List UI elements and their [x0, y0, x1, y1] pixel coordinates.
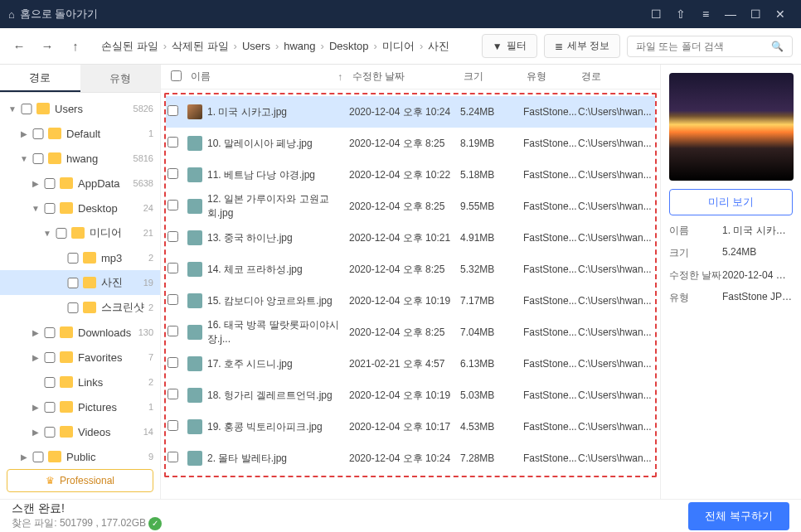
expand-arrow-icon[interactable]: ▼ [7, 104, 18, 114]
file-checkbox[interactable] [167, 168, 178, 179]
col-type[interactable]: 유형 [522, 70, 576, 84]
tree-item[interactable]: ▶AppData5638 [0, 171, 160, 196]
search-box[interactable]: 🔍 [627, 36, 793, 57]
tree-item[interactable]: ▼Users5826 [0, 96, 160, 121]
expand-arrow-icon[interactable]: ▶ [30, 353, 41, 362]
tree-item[interactable]: ▶Videos14 [0, 419, 160, 444]
file-checkbox[interactable] [167, 389, 178, 399]
file-row[interactable]: 11. 베트남 다낭 야경.jpg2020-12-04 오후 10:225.18… [166, 159, 655, 191]
tree-checkbox[interactable] [20, 104, 33, 114]
col-name[interactable]: 이름↑ [186, 70, 347, 84]
file-row[interactable]: 13. 중국 하이난.jpg2020-12-04 오후 10:214.91MBF… [166, 222, 655, 254]
close-icon[interactable]: ✕ [768, 7, 793, 21]
tree-checkbox[interactable] [43, 203, 56, 214]
forward-button[interactable]: → [36, 36, 58, 57]
tree-checkbox[interactable] [43, 352, 56, 363]
file-checkbox[interactable] [167, 452, 178, 462]
search-input[interactable] [636, 41, 765, 52]
tree-checkbox[interactable] [43, 377, 56, 388]
file-checkbox[interactable] [167, 294, 178, 305]
recover-all-button[interactable]: 전체 복구하기 [688, 502, 789, 530]
file-checkbox[interactable] [167, 200, 178, 210]
file-checkbox[interactable] [167, 420, 178, 431]
file-row[interactable]: 12. 일본 가루이자와 고원교회.jpg2020-12-04 오후 8:259… [166, 191, 655, 222]
tree-item[interactable]: Links2 [0, 370, 160, 394]
tree-item[interactable]: ▶Downloads130 [0, 320, 160, 345]
file-row[interactable]: 14. 체코 프라하성.jpg2020-12-04 오후 8:255.32MBF… [166, 254, 655, 285]
tab-type[interactable]: 유형 [80, 65, 161, 92]
file-checkbox[interactable] [167, 105, 178, 116]
tree-checkbox[interactable] [32, 128, 45, 139]
file-row[interactable]: 17. 호주 시드니.jpg2021-02-21 오후 4:576.13MBFa… [166, 348, 655, 380]
expand-arrow-icon[interactable]: ▶ [30, 179, 41, 188]
file-row[interactable]: 16. 태국 방콕 딸랏롯파이야시장.j...2020-12-04 오후 8:2… [166, 317, 655, 348]
chat-icon[interactable]: ☐ [643, 7, 668, 21]
expand-arrow-icon[interactable]: ▼ [18, 154, 30, 163]
file-row[interactable]: 1. 미국 시카고.jpg2020-12-04 오후 10:245.24MBFa… [166, 96, 655, 128]
file-checkbox[interactable] [167, 326, 178, 336]
tree-checkbox[interactable] [43, 402, 56, 413]
back-button[interactable]: ← [8, 36, 30, 57]
minimize-icon[interactable]: — [718, 7, 743, 21]
tree-item[interactable]: ▶Pictures1 [0, 394, 160, 419]
tree-checkbox[interactable] [32, 452, 45, 462]
tree-item[interactable]: ▶Favorites7 [0, 345, 160, 370]
folder-icon [60, 351, 73, 363]
breadcrumb-item[interactable]: Desktop [329, 40, 369, 52]
expand-arrow-icon[interactable]: ▶ [18, 129, 30, 138]
file-row[interactable]: 19. 홍콩 빅토리아피크.jpg2020-12-04 오후 10:174.53… [166, 411, 655, 443]
tree-item[interactable]: ▼hwang5816 [0, 146, 160, 171]
select-all-checkbox[interactable] [171, 70, 182, 81]
title-bar: ⌂ 홈으로 돌아가기 ☐ ⇧ ≡ — ☐ ✕ [0, 0, 801, 28]
file-row[interactable]: 18. 헝가리 겔레르트언덕.jpg2020-12-04 오후 10:195.0… [166, 380, 655, 411]
file-row[interactable]: 2. 몰타 발레타.jpg2020-12-04 오후 10:247.28MBFa… [166, 443, 655, 474]
file-checkbox[interactable] [167, 263, 178, 273]
tree-item[interactable]: ▶Public9 [0, 444, 160, 462]
breadcrumb-item[interactable]: 미디어 [382, 39, 415, 54]
menu-icon[interactable]: ≡ [693, 7, 718, 21]
expand-arrow-icon[interactable]: ▶ [30, 428, 41, 437]
file-row[interactable]: 10. 말레이시아 페낭.jpg2020-12-04 오후 8:258.19MB… [166, 128, 655, 159]
tree-checkbox[interactable] [66, 302, 80, 313]
expand-arrow-icon[interactable]: ▶ [18, 452, 30, 462]
file-checkbox[interactable] [167, 231, 178, 242]
breadcrumb-item[interactable]: 삭제된 파일 [172, 39, 229, 54]
breadcrumb-item[interactable]: 손실된 파일 [101, 39, 158, 54]
file-checkbox[interactable] [167, 137, 178, 148]
breadcrumb-item[interactable]: Users [242, 40, 270, 52]
maximize-icon[interactable]: ☐ [743, 7, 768, 21]
breadcrumb-item[interactable]: hwang [284, 40, 315, 52]
tree-checkbox[interactable] [32, 153, 45, 164]
expand-arrow-icon[interactable]: ▶ [30, 403, 41, 412]
tree-checkbox[interactable] [66, 278, 80, 288]
file-row[interactable]: 15. 캄보디아 앙코르와트.jpg2020-12-04 오후 10:197.1… [166, 285, 655, 317]
share-icon[interactable]: ⇧ [668, 7, 693, 21]
filter-button[interactable]: ▼필터 [482, 34, 537, 58]
col-date[interactable]: 수정한 날짜 [347, 70, 459, 84]
professional-button[interactable]: ♛ Professional [7, 469, 153, 492]
preview-button[interactable]: 미리 보기 [669, 189, 793, 215]
col-size[interactable]: 크기 [459, 70, 522, 84]
tree-item[interactable]: ▶Default1 [0, 121, 160, 146]
tree-item[interactable]: mp32 [0, 245, 160, 270]
tree-checkbox[interactable] [66, 253, 80, 264]
tree-checkbox[interactable] [43, 327, 56, 338]
up-button[interactable]: ↑ [65, 36, 86, 57]
tree-item[interactable]: ▼미디어21 [0, 220, 160, 245]
tree-checkbox[interactable] [43, 178, 56, 189]
tree-item[interactable]: 스크린샷2 [0, 295, 160, 320]
tree-checkbox[interactable] [55, 228, 68, 239]
tree-item[interactable]: 사진19 [0, 270, 160, 295]
tree-label: Favorites [78, 351, 148, 364]
tree-item[interactable]: ▼Desktop24 [0, 196, 160, 220]
breadcrumb-item[interactable]: 사진 [428, 39, 449, 54]
tab-path[interactable]: 경로 [0, 65, 80, 92]
col-path[interactable]: 경로 [576, 70, 648, 84]
home-button[interactable]: ⌂ 홈으로 돌아가기 [8, 7, 98, 22]
tree-checkbox[interactable] [43, 427, 56, 438]
expand-arrow-icon[interactable]: ▼ [41, 229, 53, 238]
detail-button[interactable]: ≣세부 정보 [544, 34, 620, 58]
expand-arrow-icon[interactable]: ▶ [30, 328, 41, 337]
expand-arrow-icon[interactable]: ▼ [30, 204, 41, 213]
file-checkbox[interactable] [167, 357, 178, 368]
